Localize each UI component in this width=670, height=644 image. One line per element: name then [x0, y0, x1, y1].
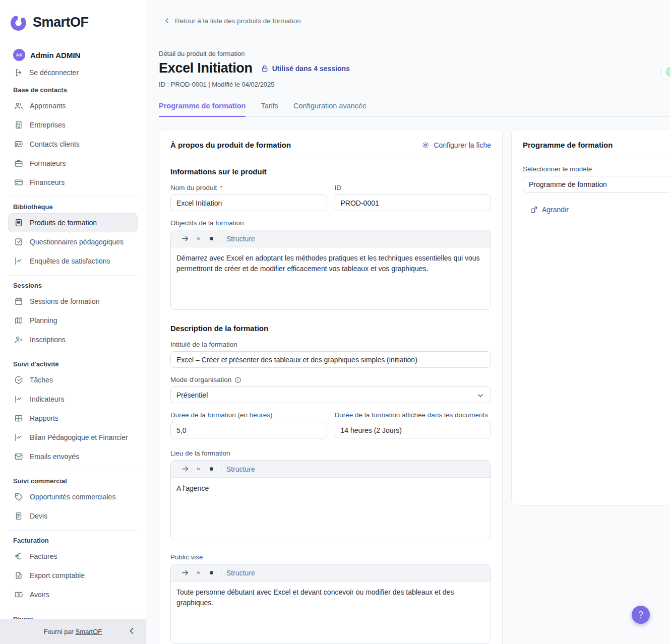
- footer-brand-link[interactable]: SmartOF: [76, 628, 102, 635]
- expand-button[interactable]: Agrandir: [530, 206, 670, 214]
- duree-doc-label: Durée de la formation affichée dans les …: [335, 411, 488, 419]
- sidebar-item-label: Apprenants: [30, 102, 66, 110]
- indent-arrow-icon[interactable]: [178, 234, 192, 243]
- about-card-title: À propos du produit de formation: [170, 141, 291, 149]
- bullet-dot-icon[interactable]: [205, 571, 218, 574]
- sidebar-item-taches[interactable]: Tâches: [8, 370, 138, 390]
- sidebar-item-formateurs[interactable]: Formateurs: [8, 154, 138, 173]
- sidebar-item-apprenants[interactable]: Apprenants: [8, 96, 138, 115]
- public-textarea[interactable]: Toute personne débutant avec Excel et de…: [171, 582, 491, 643]
- status-green-dot: [665, 67, 670, 77]
- user-row: AA Admin ADMIN: [13, 49, 138, 61]
- divider: [170, 157, 491, 157]
- section-title-facturation: Facturation: [13, 537, 133, 544]
- section-title-contacts: Base de contacts: [13, 86, 133, 94]
- tab-configuration-avancee[interactable]: Configuration avancée: [293, 102, 367, 116]
- sidebar-item-rapports[interactable]: Rapports: [8, 409, 138, 428]
- sessions-usage-link[interactable]: Utilisé dans 4 sessions: [261, 65, 350, 73]
- sidebar-item-financeurs[interactable]: Financeurs: [8, 173, 138, 192]
- required-asterisk: *: [220, 184, 222, 191]
- logout-button[interactable]: Se déconnecter: [14, 68, 138, 77]
- status-button-partial[interactable]: [661, 64, 670, 79]
- divider: [523, 157, 670, 157]
- mode-select[interactable]: Présentiel: [170, 387, 491, 403]
- building-icon: [14, 120, 23, 130]
- help-button[interactable]: ?: [632, 606, 650, 624]
- bullet-circle-icon[interactable]: [192, 571, 205, 574]
- expand-label: Agrandir: [542, 206, 569, 214]
- sidebar-item-produits-de-formation[interactable]: Produits de formation: [8, 213, 138, 232]
- sidebar-item-enquetes[interactable]: Enquêtes de satisfactions: [8, 251, 138, 271]
- product-id-input[interactable]: [335, 195, 492, 211]
- section-title-sessions: Sessions: [13, 282, 133, 289]
- expand-icon: [530, 206, 538, 214]
- sidebar-item-avoirs[interactable]: Avoirs: [8, 585, 138, 604]
- brand-name: SmartOF: [33, 15, 89, 30]
- table-icon: [14, 414, 23, 423]
- sidebar-item-emails[interactable]: Emails envoyés: [8, 447, 138, 466]
- duree-input[interactable]: [170, 422, 327, 438]
- sidebar-item-opportunites[interactable]: Opportunités commerciales: [8, 487, 138, 506]
- sidebar-item-label: Questionnaires pédagogiques: [30, 238, 124, 246]
- configure-sheet-button[interactable]: Configurer la fiche: [421, 141, 491, 149]
- objectives-textarea[interactable]: Démarrez avec Excel en adoptant les méth…: [171, 247, 491, 309]
- section-title-bibliotheque: Bibliothèque: [13, 203, 133, 211]
- structure-menu[interactable]: Structure: [226, 569, 255, 577]
- usage-label: Utilisé dans 4 sessions: [272, 65, 350, 73]
- sidebar-item-label: Contacts clients: [30, 140, 80, 148]
- divider: [8, 609, 138, 609]
- chevron-left-icon: [163, 17, 171, 25]
- avatar: AA: [13, 49, 25, 61]
- bullet-circle-icon[interactable]: [192, 237, 205, 240]
- divider: [8, 275, 138, 276]
- lieu-textarea[interactable]: A l'agence: [171, 478, 491, 540]
- back-link[interactable]: Retour à la liste des produits de format…: [163, 17, 670, 25]
- sidebar-item-sessions-de-formation[interactable]: Sessions de formation: [8, 292, 138, 311]
- briefcase-icon: [14, 159, 23, 168]
- sidebar-item-bilan[interactable]: Bilan Pédagogique et Financier: [8, 428, 138, 447]
- sidebar-item-questionnaires[interactable]: Questionnaires pédagogiques: [8, 232, 138, 251]
- template-select[interactable]: Programme de formation: [523, 176, 670, 192]
- public-editor: Structure Toute personne débutant avec E…: [170, 564, 491, 644]
- sidebar-item-label: Enquêtes de satisfactions: [30, 257, 110, 265]
- back-link-label: Retour à la liste des produits de format…: [175, 17, 301, 25]
- sidebar-item-inscriptions[interactable]: Inscriptions: [8, 330, 138, 349]
- sidebar-item-planning[interactable]: Planning: [8, 311, 138, 330]
- book-icon: [14, 218, 23, 227]
- sidebar-item-devis[interactable]: Devis: [8, 506, 138, 526]
- sidebar-item-contacts-clients[interactable]: Contacts clients: [8, 135, 138, 154]
- product-name-input[interactable]: [170, 195, 327, 211]
- info-heading: Informations sur le produit: [170, 167, 491, 176]
- chart-icon: [14, 256, 23, 266]
- checkbox-icon: [14, 237, 23, 246]
- bullet-dot-icon[interactable]: [205, 237, 218, 240]
- info-icon: [234, 376, 241, 383]
- sidebar-item-export-comptable[interactable]: Export comptable: [8, 566, 138, 585]
- duree-doc-input[interactable]: [335, 422, 492, 438]
- sidebar-item-factures[interactable]: Factures: [8, 547, 138, 566]
- indent-arrow-icon[interactable]: [178, 465, 192, 473]
- bullet-circle-icon[interactable]: [192, 468, 205, 470]
- document-icon: [14, 511, 23, 521]
- logout-icon: [14, 68, 23, 77]
- collapse-sidebar-button[interactable]: [127, 626, 137, 636]
- sidebar-item-entreprises[interactable]: Entreprises: [8, 115, 138, 135]
- credit-card-icon: [14, 178, 23, 187]
- users-icon: [14, 101, 23, 110]
- page-eyebrow: Détail du produit de formation: [159, 50, 670, 57]
- indent-arrow-icon[interactable]: [178, 568, 192, 577]
- sidebar-item-indicateurs[interactable]: Indicateurs: [8, 390, 138, 409]
- intitule-input[interactable]: [170, 351, 491, 368]
- product-id-label: ID: [335, 184, 342, 191]
- bullet-dot-icon[interactable]: [205, 467, 218, 471]
- structure-menu[interactable]: Structure: [226, 235, 255, 243]
- product-name-label: Nom du produit: [170, 184, 217, 191]
- configure-sheet-label: Configurer la fiche: [434, 141, 491, 149]
- tab-tarifs[interactable]: Tarifs: [261, 102, 278, 116]
- program-panel: Programme de formation Sélectionner le m…: [511, 129, 670, 505]
- sidebar-item-label: Emails envoyés: [30, 453, 79, 461]
- structure-menu[interactable]: Structure: [226, 465, 255, 473]
- tab-programme-de-formation[interactable]: Programme de formation: [159, 102, 246, 117]
- sidebar-item-label: Financeurs: [30, 178, 65, 186]
- toolbar-separator: [221, 234, 221, 244]
